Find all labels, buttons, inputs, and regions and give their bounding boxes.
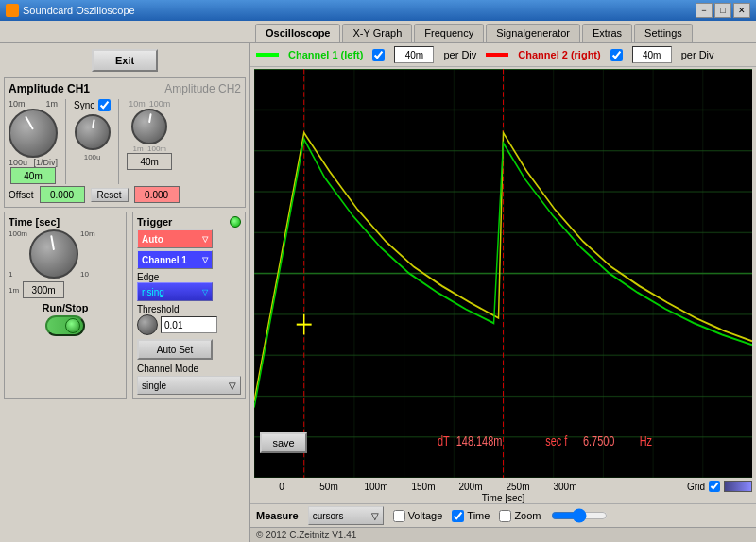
offset-row: Offset Reset: [9, 186, 241, 203]
sync-label: Sync: [74, 100, 94, 110]
ch1-per-div-label: per Div: [443, 49, 476, 60]
voltage-checkbox[interactable]: [393, 510, 405, 522]
ch1-knob-group: 10m 1m 100u [1/Div]: [9, 99, 58, 184]
app-icon: [6, 4, 19, 17]
edge-value-button[interactable]: rising ▽: [137, 282, 213, 301]
measure-bar: Measure cursors ▽ Voltage Time Zoom: [250, 503, 756, 527]
amp-ch1-title: Amplitude CH1: [9, 82, 90, 95]
auto-set-button[interactable]: Auto Set: [137, 339, 213, 360]
ch2-scale-bottom: 1m 100m: [132, 144, 166, 153]
ch1-value-input[interactable]: [10, 167, 56, 184]
ch2-label: Channel 2 (right): [518, 49, 600, 60]
amplitude-section: Amplitude CH1 Amplitude CH2 10m 1m: [4, 77, 246, 208]
ch2-value-input[interactable]: [127, 153, 172, 170]
grid-color-swatch: [724, 481, 752, 492]
exit-button[interactable]: Exit: [92, 49, 158, 72]
reset-button[interactable]: Reset: [91, 188, 129, 202]
titlebar-title: Soundcard Oszilloscope: [6, 4, 135, 17]
edge-arrow: ▽: [202, 288, 208, 296]
threshold-input[interactable]: [161, 316, 217, 333]
time-section: Time [sec] 100m 1 10m 10: [4, 212, 127, 399]
ch2-knob-group: 10m 100m 1m 100m: [127, 99, 172, 170]
ch2-visible-checkbox[interactable]: [610, 49, 623, 61]
channel-mode-label: Channel Mode: [137, 364, 241, 374]
ch1-offset-input[interactable]: [40, 186, 85, 203]
zoom-slider[interactable]: [551, 508, 608, 523]
trigger-mode-button[interactable]: Auto ▽: [137, 229, 213, 248]
threshold-knob[interactable]: [137, 314, 158, 335]
time-checkbox[interactable]: [452, 510, 464, 522]
time-measure-label: Time: [467, 510, 490, 521]
channel-mode-select[interactable]: single ▽: [137, 376, 241, 395]
divider1: [65, 99, 66, 184]
trigger-led: [230, 216, 241, 228]
ch2-amplitude-knob[interactable]: [75, 114, 111, 150]
zoom-label: Zoom: [514, 510, 541, 521]
sync-row: Sync: [74, 99, 111, 111]
tab-extras[interactable]: Extras: [582, 24, 632, 42]
time-trigger-section: Time [sec] 100m 1 10m 10: [4, 212, 246, 399]
titlebar-controls: − □ ✕: [696, 3, 750, 18]
ch1-unit: [1/Div]: [33, 158, 58, 167]
grid-checkbox[interactable]: [709, 481, 720, 492]
time-value-input[interactable]: [23, 281, 64, 298]
svg-text:sec  f: sec f: [545, 432, 567, 449]
ch2-per-div-input[interactable]: [632, 46, 672, 63]
voltage-label: Voltage: [408, 510, 443, 521]
ch2-scale-top-right: 100m: [149, 99, 171, 109]
time-label: Time [sec]: [482, 493, 525, 503]
tab-xy-graph[interactable]: X-Y Graph: [342, 24, 412, 42]
axis-0: 0: [258, 482, 305, 492]
ch2-scale-note: 100u: [84, 153, 101, 161]
ch1-scale-top-right: 1m: [45, 99, 58, 109]
ch1-label: Channel 1 (left): [288, 49, 363, 60]
threshold-section: Threshold: [137, 304, 241, 335]
time-axis-label: Time [sec]: [250, 493, 756, 503]
ch2-scale-top-left: 10m: [129, 99, 146, 109]
trigger-channel-button[interactable]: Channel 1 ▽: [137, 250, 213, 269]
copyright-text: © 2012 C.Zeitnitz V1.41: [256, 530, 356, 540]
run-stop-button[interactable]: [45, 315, 85, 336]
tab-signalgenerator[interactable]: Signalgenerator: [486, 24, 580, 42]
run-stop-indicator: [65, 318, 80, 333]
minimize-button[interactable]: −: [696, 3, 713, 18]
close-button[interactable]: ✕: [733, 3, 750, 18]
ch1-amplitude-knob[interactable]: [9, 109, 58, 158]
ch2-main-knob[interactable]: [131, 109, 167, 144]
edge-value: rising: [142, 287, 164, 297]
axis-50m: 50m: [305, 482, 352, 492]
time-scale-tl: 10m: [80, 229, 95, 238]
tab-bar: Oscilloscope X-Y Graph Frequency Signalg…: [0, 21, 756, 43]
tab-settings[interactable]: Settings: [634, 24, 693, 42]
save-button[interactable]: save: [260, 432, 307, 453]
tab-oscilloscope[interactable]: Oscilloscope: [255, 24, 340, 42]
time-scale-br: 1: [9, 270, 27, 279]
measure-label: Measure: [256, 510, 299, 521]
main-container: Oscilloscope X-Y Graph Frequency Signalg…: [0, 21, 756, 542]
titlebar: Soundcard Oszilloscope − □ ✕: [0, 0, 756, 21]
tab-frequency[interactable]: Frequency: [414, 24, 484, 42]
trigger-title: Trigger: [137, 216, 172, 228]
ch1-visible-checkbox[interactable]: [372, 49, 385, 61]
time-knob[interactable]: [29, 229, 78, 279]
trigger-section: Trigger Auto ▽ Channel 1 ▽ Edge: [132, 212, 246, 399]
measure-time-item: Time: [452, 510, 490, 522]
trigger-mode-label: Auto: [142, 234, 163, 245]
measure-zoom-item: Zoom: [499, 510, 541, 522]
sync-checkbox[interactable]: [98, 99, 111, 111]
ch1-per-div-input[interactable]: [394, 46, 434, 63]
bottom-bar: © 2012 C.Zeitnitz V1.41: [250, 527, 756, 542]
zoom-checkbox[interactable]: [499, 510, 511, 522]
divider2: [118, 99, 119, 184]
ch2-offset-input[interactable]: [134, 186, 180, 203]
scope-display: dT 148.148m sec f 6.7500 Hz save: [254, 69, 752, 478]
edge-section: Edge rising ▽: [137, 272, 241, 301]
measure-voltage-item: Voltage: [393, 510, 443, 522]
ch2-color-line: [486, 53, 508, 57]
maximize-button[interactable]: □: [714, 3, 731, 18]
measure-select[interactable]: cursors ▽: [308, 506, 384, 525]
axis-bar: 0 50m 100m 150m 200m 250m 300m Grid: [250, 480, 756, 493]
ch1-scale-top-left: 10m: [9, 99, 26, 109]
time-scale-bl: 10: [80, 270, 95, 279]
trigger-header: Trigger: [137, 216, 241, 228]
